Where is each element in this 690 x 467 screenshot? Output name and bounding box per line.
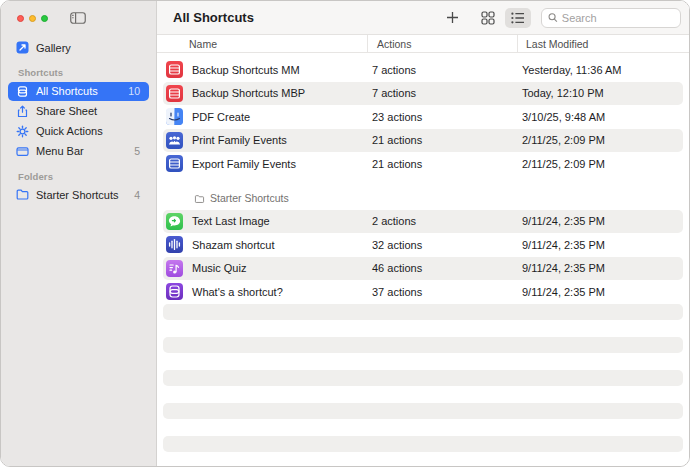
grid-view-button[interactable] xyxy=(475,8,501,28)
page-title: All Shortcuts xyxy=(173,10,254,25)
shortcut-actions-count: 7 actions xyxy=(366,64,517,76)
backup-icon xyxy=(166,85,183,102)
empty-row xyxy=(163,304,683,321)
finder-icon xyxy=(166,108,183,125)
sidebar-item-label: Gallery xyxy=(36,42,71,54)
shortcut-name: What's a shortcut? xyxy=(192,286,283,298)
shortcuts-app-window: GalleryShortcutsAll Shortcuts10Share She… xyxy=(0,0,690,467)
shortcut-actions-count: 46 actions xyxy=(366,262,517,274)
shortcut-actions-count: 21 actions xyxy=(366,134,517,146)
shortcut-last-modified: 9/11/24, 2:35 PM xyxy=(517,286,683,298)
minimize-button[interactable] xyxy=(29,15,36,22)
quick-actions-icon xyxy=(16,125,29,138)
shazam-icon xyxy=(166,236,183,253)
shortcut-last-modified: Yesterday, 11:36 AM xyxy=(517,64,683,76)
sidebar-item-menu-bar[interactable]: Menu Bar5 xyxy=(8,142,149,162)
table-header: Name Actions Last Modified xyxy=(157,35,689,53)
shortcut-row[interactable]: Backup Shortcuts MBP7 actionsToday, 12:1… xyxy=(163,82,683,106)
shortcut-name-cell: Text Last Image xyxy=(163,213,366,230)
shortcut-name: PDF Create xyxy=(192,111,250,123)
empty-row xyxy=(163,452,683,466)
sidebar-section-shortcuts: Shortcuts xyxy=(1,58,156,81)
sidebar-item-share-sheet[interactable]: Share Sheet xyxy=(8,102,149,122)
sidebar: GalleryShortcutsAll Shortcuts10Share She… xyxy=(1,1,157,466)
main-pane: All Shortcuts xyxy=(157,1,689,466)
shortcut-last-modified: 3/10/25, 9:48 AM xyxy=(517,111,683,123)
search-icon xyxy=(548,12,558,23)
shortcut-name: Backup Shortcuts MBP xyxy=(192,87,305,99)
shortcut-row[interactable]: PDF Create23 actions3/10/25, 9:48 AM xyxy=(163,105,683,129)
sidebar-item-count: 10 xyxy=(128,85,140,97)
shortcut-name-cell: PDF Create xyxy=(163,108,366,125)
sidebar-item-gallery[interactable]: Gallery xyxy=(8,38,149,58)
search-field[interactable] xyxy=(541,8,681,28)
sidebar-item-label: Starter Shortcuts xyxy=(36,189,119,201)
empty-row xyxy=(163,419,683,436)
shortcut-actions-count: 21 actions xyxy=(366,158,517,170)
add-shortcut-button[interactable] xyxy=(439,8,465,28)
shortcut-row[interactable]: Print Family Events21 actions2/11/25, 2:… xyxy=(163,129,683,153)
zoom-button[interactable] xyxy=(41,15,48,22)
message-icon xyxy=(166,213,183,230)
sidebar-item-label: Menu Bar xyxy=(36,145,84,157)
shortcut-actions-count: 32 actions xyxy=(366,239,517,251)
shortcut-name-cell: What's a shortcut? xyxy=(163,283,366,300)
export-icon xyxy=(166,155,183,172)
sidebar-item-starter-shortcuts[interactable]: Starter Shortcuts4 xyxy=(8,185,149,205)
sidebar-item-count: 4 xyxy=(134,189,140,201)
shortcuts-app-icon xyxy=(166,283,183,300)
column-header-actions[interactable]: Actions xyxy=(367,35,517,52)
shortcut-actions-count: 37 actions xyxy=(366,286,517,298)
shortcut-actions-count: 2 actions xyxy=(366,215,517,227)
shortcut-name-cell: Shazam shortcut xyxy=(163,236,366,253)
shortcut-name: Backup Shortcuts MM xyxy=(192,64,300,76)
empty-row xyxy=(163,337,683,354)
sidebar-item-all-shortcuts[interactable]: All Shortcuts10 xyxy=(8,82,149,102)
empty-row xyxy=(163,386,683,403)
shortcut-list: Backup Shortcuts MM7 actionsYesterday, 1… xyxy=(157,53,689,466)
grid-view-icon xyxy=(481,11,495,25)
shortcut-name-cell: Print Family Events xyxy=(163,132,366,149)
menu-bar-icon xyxy=(16,145,29,158)
shortcut-name-cell: Export Family Events xyxy=(163,155,366,172)
folder-icon xyxy=(194,194,205,204)
shortcut-row[interactable]: Music Quiz46 actions9/11/24, 2:35 PM xyxy=(163,257,683,281)
list-view-button[interactable] xyxy=(505,8,531,28)
sidebar-item-quick-actions[interactable]: Quick Actions xyxy=(8,122,149,142)
shortcut-actions-count: 23 actions xyxy=(366,111,517,123)
shortcut-row[interactable]: Shazam shortcut32 actions9/11/24, 2:35 P… xyxy=(163,233,683,257)
empty-row xyxy=(163,353,683,370)
people-icon xyxy=(166,132,183,149)
shortcut-name: Export Family Events xyxy=(192,158,296,170)
backup-icon xyxy=(166,61,183,78)
shortcut-last-modified: 2/11/25, 2:09 PM xyxy=(517,134,683,146)
all-shortcuts-icon xyxy=(16,85,29,98)
group-header-starter-shortcuts: Starter Shortcuts xyxy=(157,176,689,210)
shortcut-name: Print Family Events xyxy=(192,134,287,146)
shortcut-actions-count: 7 actions xyxy=(366,87,517,99)
group-header-label: Starter Shortcuts xyxy=(210,192,289,204)
list-view-icon xyxy=(511,12,525,24)
toolbar: All Shortcuts xyxy=(157,1,689,35)
search-input[interactable] xyxy=(562,12,674,24)
shortcut-name: Shazam shortcut xyxy=(192,239,275,251)
sidebar-toggle-icon[interactable] xyxy=(70,12,86,24)
shortcut-row[interactable]: Backup Shortcuts MM7 actionsYesterday, 1… xyxy=(163,58,683,82)
shortcut-row[interactable]: Export Family Events21 actions2/11/25, 2… xyxy=(163,152,683,176)
column-header-name[interactable]: Name xyxy=(157,35,367,52)
shortcut-name: Text Last Image xyxy=(192,215,270,227)
close-button[interactable] xyxy=(17,15,24,22)
shortcut-name-cell: Backup Shortcuts MBP xyxy=(163,85,366,102)
column-header-last-modified[interactable]: Last Modified xyxy=(517,35,689,52)
empty-row xyxy=(163,370,683,387)
plus-icon xyxy=(446,11,459,24)
shortcut-name: Music Quiz xyxy=(192,262,246,274)
shortcut-last-modified: 9/11/24, 2:35 PM xyxy=(517,215,683,227)
shortcut-row[interactable]: Text Last Image2 actions9/11/24, 2:35 PM xyxy=(163,210,683,234)
shortcut-row[interactable]: What's a shortcut?37 actions9/11/24, 2:3… xyxy=(163,280,683,304)
shortcut-last-modified: 2/11/25, 2:09 PM xyxy=(517,158,683,170)
share-icon xyxy=(16,105,29,118)
empty-row xyxy=(163,320,683,337)
sidebar-item-label: All Shortcuts xyxy=(36,85,98,97)
shortcut-name-cell: Backup Shortcuts MM xyxy=(163,61,366,78)
